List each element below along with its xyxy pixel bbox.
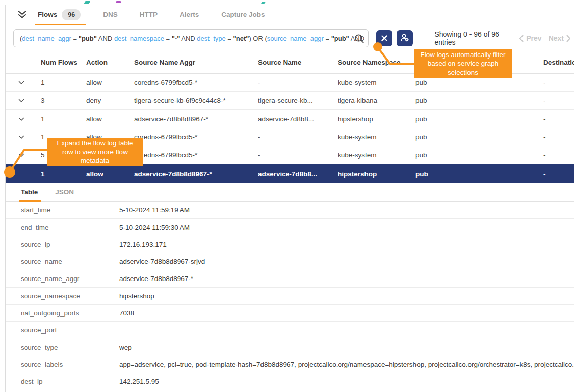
source-name-cell: -: [258, 79, 338, 86]
tab-alerts-label: Alerts: [180, 11, 199, 18]
dest-name-aggr-cell: pub: [415, 151, 543, 159]
flow-detail-table: start_time 5-10-2024 11:59:19 AM end_tim…: [6, 202, 574, 390]
prev-label: Prev: [526, 34, 541, 42]
source-name-aggr-cell: coredns-6799fbcd5-*: [134, 79, 258, 86]
tab-capture-jobs[interactable]: Capture Jobs: [221, 5, 265, 24]
source-namespace-cell: kube-system: [338, 79, 415, 86]
dest-name-aggr-cell: pub: [415, 170, 543, 178]
tab-alerts[interactable]: Alerts: [180, 5, 199, 24]
clear-filter-button[interactable]: [376, 30, 392, 46]
flow-row-2[interactable]: 3 deny tigera-secure-kb-6f9c9c44c8-* tig…: [6, 92, 574, 110]
query-filter-input[interactable]: (dest_name_aggr = "pub" AND dest_namespa…: [13, 29, 369, 47]
detail-key: source_ip: [21, 241, 119, 248]
detail-value: 5-10-2024 11:59:30 AM: [119, 223, 574, 231]
source-name-aggr-cell: adservice-7d8b8d8967-*: [134, 170, 258, 178]
col-source-name-aggr: Source Name Aggr: [134, 59, 258, 67]
source-namespace-cell: hipstershop: [338, 115, 415, 123]
detail-value: 172.16.193.171: [119, 241, 574, 248]
pager: Prev Next: [519, 34, 571, 42]
chevron-right-icon: [566, 35, 571, 42]
service-graph-remnant: [0, 0, 574, 5]
detail-key: source_name: [21, 258, 119, 265]
destination-name-cell: -: [543, 133, 574, 141]
next-label: Next: [549, 34, 564, 42]
source-name-aggr-cell: coredns-6799fbcd5-*: [134, 151, 258, 159]
source-namespace-cell: kube-system: [338, 151, 415, 159]
expand-row-icon[interactable]: [18, 135, 41, 139]
num-flows-cell: 1: [41, 115, 86, 123]
expand-row-icon[interactable]: [18, 117, 41, 121]
detail-tab-table[interactable]: Table: [21, 188, 38, 201]
flow-row-6-selected[interactable]: 1 allow adservice-7d8b8d8967-* adservice…: [6, 164, 574, 183]
dest-name-aggr-cell: pub: [415, 97, 543, 104]
expand-row-icon[interactable]: [18, 81, 41, 85]
tooltip-filter-info: Flow logs automatically filter based on …: [414, 49, 512, 78]
detail-value: wep: [119, 344, 574, 351]
col-destination-name: Destination Name: [543, 59, 574, 67]
destination-name-cell: -: [543, 115, 574, 123]
detail-key: end_time: [21, 223, 119, 231]
graph-fragment: [116, 1, 121, 3]
detail-value: adservice-7d8b8d8967-*: [119, 275, 574, 283]
destination-name-cell: -: [543, 79, 574, 86]
tab-http-label: HTTP: [140, 11, 158, 18]
detail-value: adservice-7d8b8d8967-srjvd: [119, 258, 574, 265]
filter-bar: (dest_name_aggr = "pub" AND dest_namespa…: [6, 24, 574, 52]
detail-tab-json[interactable]: JSON: [55, 188, 74, 201]
action-cell: allow: [86, 115, 134, 123]
source-name-cell: adservice-7d8b8...: [258, 115, 338, 123]
detail-row: source_port: [6, 322, 574, 339]
detail-row: dest_ip 142.251.5.95: [6, 373, 574, 390]
next-page-button[interactable]: Next: [549, 34, 571, 42]
detail-row: end_time 5-10-2024 11:59:30 AM: [6, 219, 574, 236]
dest-name-aggr-cell: pub: [415, 115, 543, 123]
tooltip-expand-info: Expand the flow log table row to view mo…: [47, 138, 143, 166]
collapse-panel-icon[interactable]: [17, 11, 27, 19]
expand-row-icon[interactable]: [18, 153, 41, 157]
destination-name-cell: -: [543, 151, 574, 159]
query-text: (dest_name_aggr = "pub" AND dest_namespa…: [20, 35, 364, 42]
dest-name-aggr-cell: pub: [415, 79, 543, 86]
dest-name-aggr-cell: pub: [415, 133, 543, 141]
detail-key: source_labels: [21, 361, 119, 368]
user-settings-button[interactable]: [397, 30, 413, 46]
num-flows-cell: 1: [41, 79, 86, 86]
detail-value: 5-10-2024 11:59:19 AM: [119, 206, 574, 214]
source-namespace-cell: kube-system: [338, 133, 415, 141]
action-cell: allow: [86, 79, 134, 86]
detail-row: source_ip 172.16.193.171: [6, 236, 574, 253]
tab-capture-jobs-label: Capture Jobs: [221, 11, 265, 18]
detail-row: nat_outgoing_ports 7038: [6, 305, 574, 322]
num-flows-cell: 1: [41, 170, 86, 178]
destination-name-cell: -: [543, 170, 574, 178]
detail-key: source_port: [21, 326, 119, 334]
source-name-cell: -: [258, 151, 338, 159]
expand-row-icon[interactable]: [18, 99, 41, 103]
log-type-tabbar: Flows 96 DNS HTTP Alerts Capture Jobs: [6, 5, 574, 24]
tab-dns[interactable]: DNS: [103, 5, 118, 24]
graph-fragment: [84, 1, 91, 4]
action-cell: allow: [86, 170, 134, 178]
flow-logs-panel-screen: Flows 96 DNS HTTP Alerts Capture Jobs (d…: [0, 0, 574, 392]
search-icon[interactable]: [354, 33, 365, 46]
detail-row: source_name_aggr adservice-7d8b8d8967-*: [6, 270, 574, 288]
detail-key: source_type: [21, 344, 119, 351]
source-name-aggr-cell: coredns-6799fbcd5-*: [134, 133, 258, 141]
detail-key: source_namespace: [21, 292, 119, 300]
source-name-cell: -: [258, 133, 338, 141]
detail-value: app=adservice, pci=true, pod-template-ha…: [119, 361, 574, 368]
action-cell: deny: [86, 97, 134, 104]
detail-key: nat_outgoing_ports: [21, 309, 119, 317]
tab-http[interactable]: HTTP: [140, 5, 158, 24]
source-name-cell: tigera-secure-kb...: [258, 97, 338, 104]
col-source-name: Source Name: [258, 59, 338, 67]
tab-flows[interactable]: Flows 96: [38, 5, 81, 24]
prev-page-button[interactable]: Prev: [519, 34, 541, 42]
detail-tabbar: Table JSON: [6, 183, 574, 202]
detail-key: source_name_aggr: [21, 275, 119, 283]
col-source-namespace: Source Namespace: [338, 59, 415, 67]
detail-row: start_time 5-10-2024 11:59:19 AM: [6, 202, 574, 219]
graph-fragment: [261, 2, 266, 4]
flow-row-3[interactable]: 1 allow adservice-7d8b8d8967-* adservice…: [6, 110, 574, 128]
detail-value: 142.251.5.95: [119, 378, 574, 385]
